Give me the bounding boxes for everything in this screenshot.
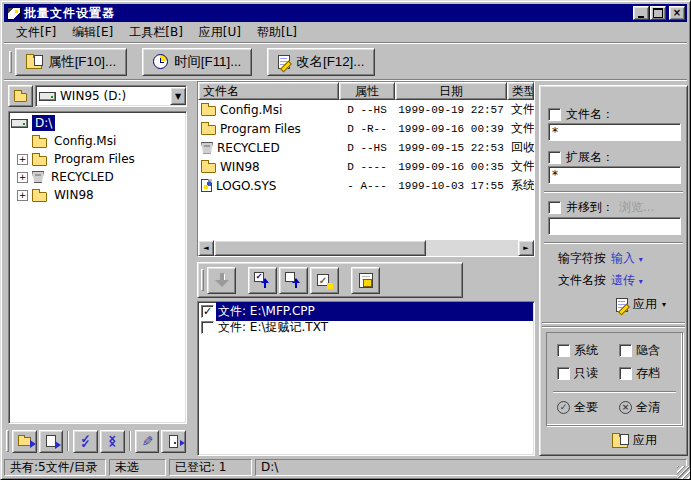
properties-button[interactable]: 属性[F10]... [15, 48, 127, 76]
drive-combobox[interactable]: WIN95 (D:) ▼ [35, 85, 187, 107]
tree-item-recycled[interactable]: + RECYCLED [11, 168, 184, 186]
system-checkbox[interactable] [557, 344, 570, 357]
minimize-button[interactable] [633, 6, 649, 20]
chevron-down-icon: ▾ [639, 255, 643, 264]
apply-attributes-button[interactable]: 应用 [612, 432, 657, 449]
app-icon[interactable] [7, 7, 21, 20]
uncheck-all-registered-button[interactable] [279, 267, 308, 294]
file-list-body: Config.Msi D --HS 1999-09-19 22:57 文件 Pr… [198, 100, 534, 240]
move-to-checkbox-row: 并移到： 浏览... [548, 199, 654, 216]
select-all-attrs[interactable]: ✓ 全要 [557, 399, 598, 416]
tree-toolbar-grip[interactable] [6, 430, 9, 452]
extension-input[interactable] [548, 166, 681, 184]
archive-checkbox[interactable] [619, 367, 632, 380]
tree-item-win98[interactable]: + WIN98 [11, 186, 184, 204]
registered-item-label[interactable]: 文件: E:\捉贼记.TXT [216, 318, 533, 337]
tree-item-configmsi[interactable]: Config.Msi [11, 132, 184, 150]
checked-box-up-icon: ✓ [254, 272, 271, 289]
tree-item-label[interactable]: Program Files [51, 151, 138, 167]
expand-toggle[interactable]: + [17, 172, 28, 183]
file-type: 文件 [507, 120, 534, 137]
rename-button[interactable]: 改名[F12]... [267, 48, 375, 76]
resize-grip[interactable] [677, 466, 690, 479]
menu-help[interactable]: 帮助[L] [249, 22, 305, 43]
tree-item-label[interactable]: WIN98 [51, 187, 97, 203]
name-mode-dropdown[interactable]: 遗传 ▾ [611, 272, 643, 289]
move-to-input[interactable] [548, 217, 681, 235]
menu-file[interactable]: 文件[F] [8, 22, 64, 43]
add-folder-button[interactable] [12, 430, 37, 453]
filename-input[interactable] [548, 123, 681, 141]
register-down-button[interactable] [207, 267, 236, 294]
tree-item-root[interactable]: D:\ [11, 114, 184, 132]
browse-link[interactable]: 浏览... [619, 199, 654, 216]
apply-rename-button[interactable]: 应用 ▾ [616, 296, 666, 313]
item-checkbox[interactable] [201, 321, 214, 334]
folder-tree[interactable]: D:\ Config.Msi + Program Files + RECYCLE… [8, 111, 187, 424]
file-date: 1999-10-03 17:55 [395, 180, 507, 192]
recycle-bin-icon [201, 142, 213, 154]
clear-all-attrs[interactable]: × 全清 [619, 399, 660, 416]
column-header-attributes[interactable]: 属性 [339, 82, 395, 100]
doc-lock-button[interactable] [351, 267, 380, 294]
properties-folder-icon [26, 57, 42, 69]
deselect-all-button[interactable]: ×× [100, 430, 125, 453]
folder-icon [32, 138, 47, 148]
combo-dropdown-button[interactable]: ▼ [170, 87, 186, 105]
menu-toolbar[interactable]: 工具栏[B] [121, 22, 191, 43]
column-header-filename[interactable]: 文件名 [198, 82, 339, 100]
char-mode-row: 输字符按 输入 ▾ [558, 250, 643, 267]
file-row[interactable]: WIN98 D ---- 1999-09-16 00:35 文件 [198, 157, 534, 176]
select-all-button[interactable]: ✓✓ [73, 430, 98, 453]
file-row[interactable]: RECYCLED D --HS 1999-09-15 22:53 回收 [198, 138, 534, 157]
filename-checkbox[interactable] [548, 108, 561, 121]
time-button[interactable]: 时间[F11]... [142, 48, 252, 76]
char-mode-dropdown[interactable]: 输入 ▾ [611, 250, 643, 267]
file-row[interactable]: Program Files D -R-- 1999-09-16 00:39 文件 [198, 119, 534, 138]
column-header-date[interactable]: 日期 [395, 82, 507, 100]
maximize-button[interactable] [650, 6, 666, 20]
rename-panel: 文件名： 扩展名： 并移到： 浏览... 输字符按 输入 ▾ 文件名按 遗传 ▾… [539, 85, 688, 456]
expand-toggle[interactable]: + [17, 190, 28, 201]
file-date: 1999-09-15 22:53 [395, 142, 507, 154]
attributes-group: 系统 隐含 只读 存档 ✓ 全要 × 全清 [546, 332, 683, 426]
add-file-button[interactable] [39, 430, 64, 453]
readonly-checkbox[interactable] [557, 367, 570, 380]
tree-item-label[interactable]: D:\ [32, 115, 55, 131]
hidden-checkbox[interactable] [619, 344, 632, 357]
menu-apply[interactable]: 应用[U] [191, 22, 249, 43]
column-header-type[interactable]: 类型 [507, 82, 534, 100]
extension-checkbox[interactable] [548, 151, 561, 164]
tree-item-label[interactable]: RECYCLED [48, 169, 117, 185]
filename-checkbox-row: 文件名： [548, 106, 614, 123]
expand-toggle[interactable]: + [17, 154, 28, 165]
scrollbar-thumb[interactable] [214, 240, 426, 256]
file-name: Config.Msi [220, 103, 282, 117]
check-all-registered-button[interactable]: ✓ [248, 267, 277, 294]
folder-icon [201, 125, 216, 135]
close-button[interactable]: × [669, 6, 685, 20]
edit-button[interactable]: ✎ [135, 430, 160, 453]
exit-button[interactable] [161, 430, 186, 453]
window-title: 批量文件设置器 [24, 5, 633, 22]
scroll-left-button[interactable]: ◄ [198, 240, 214, 256]
register-toolbar-grip[interactable] [201, 269, 204, 291]
tree-item-programfiles[interactable]: + Program Files [11, 150, 184, 168]
drive-icon [11, 119, 28, 128]
registered-item[interactable]: 文件: E:\捉贼记.TXT [199, 319, 533, 335]
circle-check-icon: ✓ [557, 401, 570, 414]
unchecked-box-up-icon [285, 272, 302, 289]
scrollbar-track[interactable] [426, 240, 518, 256]
tree-item-label[interactable]: Config.Msi [51, 133, 119, 149]
folder-icon [32, 192, 47, 202]
horizontal-scrollbar[interactable]: ◄ ► [198, 240, 534, 256]
item-checkbox[interactable]: ✓ [201, 305, 214, 318]
menu-edit[interactable]: 编辑[E] [64, 22, 121, 43]
scroll-right-button[interactable]: ► [518, 240, 534, 256]
file-row[interactable]: LOGO.SYS - A--- 1999-10-03 17:55 系统 [198, 176, 534, 195]
move-to-checkbox[interactable] [548, 201, 561, 214]
toolbar-grip[interactable] [9, 51, 12, 73]
folder-up-button[interactable] [8, 85, 33, 107]
toggle-check-button[interactable]: ✓ [310, 267, 339, 294]
file-row[interactable]: Config.Msi D --HS 1999-09-19 22:57 文件 [198, 100, 534, 119]
